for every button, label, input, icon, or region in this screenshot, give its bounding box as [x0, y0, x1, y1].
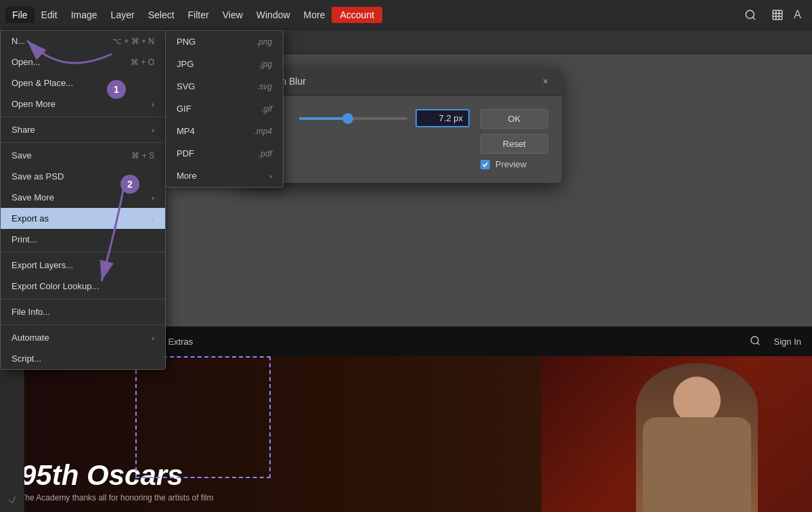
separator-3	[1, 252, 165, 253]
menu-edit[interactable]: Edit	[35, 7, 64, 23]
menu-item-save-more[interactable]: Save More ›	[1, 187, 165, 208]
menubar-icons: A	[740, 4, 807, 26]
menubar: File Edit Image Layer Select Filter View…	[0, 0, 812, 30]
preview-checkbox[interactable]	[480, 160, 490, 169]
svg-point-0	[746, 10, 754, 18]
frame-icon-btn[interactable]	[767, 4, 788, 26]
export-svg[interactable]: SVG .svg	[166, 75, 283, 98]
svg-rect-2	[773, 10, 783, 20]
menu-item-save[interactable]: Save ⌘ + S	[1, 145, 165, 166]
menu-item-file-info[interactable]: File Info...	[1, 301, 165, 322]
oscar-title: 95th Oscars	[20, 459, 183, 492]
export-pdf[interactable]: PDF .pdf	[166, 142, 283, 165]
menu-item-export-as[interactable]: Export as ›	[1, 208, 165, 229]
bottom-tool-indicator	[5, 493, 19, 507]
svg-point-7	[751, 337, 759, 344]
menu-layer[interactable]: Layer	[104, 7, 141, 23]
menu-item-script[interactable]: Script...	[1, 348, 165, 369]
preview-label: Preview	[495, 159, 526, 169]
blur-dialog-close-btn[interactable]: ×	[539, 74, 552, 88]
menu-item-open-more[interactable]: Open More ›	[1, 93, 165, 114]
menubar-letter: A	[794, 9, 801, 21]
menu-item-automate[interactable]: Automate ›	[1, 327, 165, 348]
menu-item-new[interactable]: N... ⌥ + ⌘ + N	[1, 30, 165, 51]
file-menu-dropdown: N... ⌥ + ⌘ + N Open... ⌘ + O Open & Plac…	[0, 30, 166, 370]
menu-filter[interactable]: Filter	[181, 7, 216, 23]
menu-item-open-place[interactable]: Open & Place...	[1, 72, 165, 93]
oscar-subtitle: The Academy thanks all for honoring the …	[20, 493, 213, 503]
step-badge-2: 2	[120, 175, 139, 194]
menu-item-print[interactable]: Print...	[1, 229, 165, 250]
blur-slider-track	[299, 117, 407, 120]
menu-account[interactable]: Account	[332, 7, 382, 23]
separator-5	[1, 324, 165, 325]
search-icon	[744, 9, 757, 21]
frame-icon	[771, 9, 784, 21]
menu-select[interactable]: Select	[141, 7, 181, 23]
blur-preview-row: Preview	[480, 159, 548, 169]
blur-slider-thumb[interactable]	[342, 113, 353, 124]
step-badge-1: 1	[107, 80, 126, 99]
svg-line-8	[757, 343, 759, 345]
separator-4	[1, 299, 165, 299]
search-icon-btn[interactable]	[740, 4, 761, 26]
blur-dialog: Gaussian Blur × Radius: OK	[237, 68, 562, 183]
blur-ok-button[interactable]: OK	[480, 109, 548, 129]
blur-dialog-titlebar: Gaussian Blur ×	[237, 68, 562, 95]
blur-dialog-body: Radius: OK Reset	[237, 95, 562, 183]
menu-item-save-psd[interactable]: Save as PSD	[1, 166, 165, 187]
person-image	[636, 363, 758, 512]
export-mp4[interactable]: MP4 .mp4	[166, 120, 283, 142]
blur-slider[interactable]	[299, 117, 407, 120]
website-signin-btn[interactable]: Sign In	[774, 337, 801, 347]
website-search-btn[interactable]	[750, 335, 761, 348]
menu-more[interactable]: More	[297, 7, 332, 23]
menu-image[interactable]: Image	[64, 7, 104, 23]
menu-item-open[interactable]: Open... ⌘ + O	[1, 51, 165, 72]
menu-window[interactable]: Window	[250, 7, 297, 23]
website-content: 95th Oscars The Academy thanks all for h…	[0, 356, 812, 512]
export-jpg[interactable]: JPG .jpg	[166, 53, 283, 75]
website-nav-extras[interactable]: Extras	[168, 337, 193, 347]
menu-file[interactable]: File	[5, 7, 35, 23]
svg-line-1	[753, 17, 755, 19]
export-more[interactable]: More ›	[166, 165, 283, 187]
blur-radius-input[interactable]	[415, 109, 470, 127]
menu-view[interactable]: View	[216, 7, 250, 23]
export-gif[interactable]: GIF .gif	[166, 98, 283, 120]
separator-2	[1, 142, 165, 143]
export-submenu: PNG .png JPG .jpg SVG .svg GIF .gif MP4 …	[165, 30, 284, 188]
separator-1	[1, 116, 165, 117]
blur-slider-fill	[299, 117, 348, 120]
export-png[interactable]: PNG .png	[166, 30, 283, 53]
menu-item-share[interactable]: Share ›	[1, 119, 165, 140]
menu-item-export-color[interactable]: Export Color Lookup...	[1, 276, 165, 297]
menu-item-export-layers[interactable]: Export Layers...	[1, 255, 165, 276]
blur-reset-button[interactable]: Reset	[480, 134, 548, 154]
